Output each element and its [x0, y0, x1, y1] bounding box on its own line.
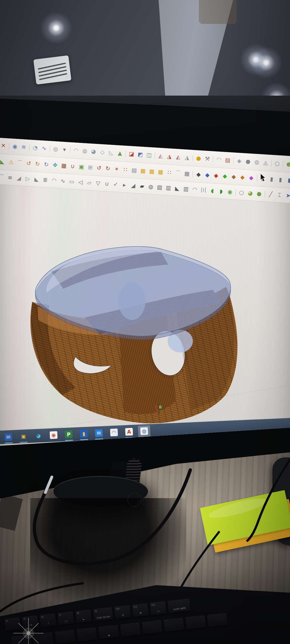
taskbar-icon-blue-yellow-app[interactable]: ▮: [78, 428, 90, 439]
toolbar-icon-rake-tool[interactable]: 〣: [199, 186, 208, 194]
toolbar-icon-net-grey[interactable]: ◍: [252, 158, 261, 167]
toolbar-icon[interactable]: [192, 155, 193, 161]
taskbar-icon-ms-project[interactable]: P: [63, 429, 75, 440]
toolbar-icon-ramp-tool[interactable]: ◢: [129, 181, 138, 190]
toolbar-icon-green-hill-2[interactable]: ◗: [217, 187, 226, 196]
toolbar-icon-prism-grey[interactable]: ◣: [32, 175, 41, 184]
toolbar-icon-bracket-i[interactable]: ⌶: [275, 191, 284, 199]
toolbar-icon-arrow-right[interactable]: ▸: [120, 181, 129, 189]
toolbar-icon-tent-grey[interactable]: ◬: [261, 158, 270, 167]
toolbar-icon[interactable]: [125, 150, 126, 157]
toolbar-icon-ring-grey[interactable]: ○: [237, 188, 246, 197]
keyboard-key-key-blank-8[interactable]: [185, 615, 206, 629]
toolbar-icon-sandbox-sphere[interactable]: ◕: [89, 147, 98, 156]
keyboard-key-key-blank-6[interactable]: [142, 620, 163, 634]
toolbar-icon-hatch-panel[interactable]: ▨: [155, 183, 164, 192]
taskbar-icon-file-explorer[interactable]: ▣: [17, 431, 29, 442]
toolbar-icon-arc-orange[interactable]: ⌒: [16, 158, 24, 167]
keyboard-key-print-screen-key[interactable]: f9 impr écran: [93, 607, 113, 621]
toolbar-icon-warning[interactable]: ⚠: [7, 158, 16, 167]
toolbar-icon-pin-plate-brown[interactable]: ◆: [229, 172, 238, 181]
keyboard-key-search-key[interactable]: f10 ◎: [114, 605, 131, 619]
toolbar-icon-flag-tool[interactable]: ▷: [23, 174, 32, 183]
keyboard-key-scroll-lock-key[interactable]: arrêt défil: [167, 598, 191, 613]
toolbar-icon-speaker-wedge[interactable]: ◁: [76, 178, 85, 187]
toolbar-icon-green-dome[interactable]: ▲: [116, 149, 124, 158]
toolbar-icon-panel-tilt[interactable]: ▱: [85, 178, 94, 187]
toolbar-icon-pink-dome[interactable]: ◠: [214, 155, 223, 164]
toolbar-icon-account-avatar[interactable]: ◎: [51, 145, 60, 153]
toolbar-icon-dark-flag[interactable]: ▰: [138, 182, 147, 191]
toolbar-icon[interactable]: [257, 175, 258, 182]
toolbar-icon-hook-curve[interactable]: ∿: [58, 177, 67, 185]
toolbar-icon-pin-plate-black[interactable]: ◆: [194, 170, 203, 179]
toolbar-icon-panel-yellow-3[interactable]: ▦: [156, 168, 165, 176]
toolbar-icon-panel-flat[interactable]: ▭: [67, 177, 76, 186]
toolbar-icon-green-hill-1[interactable]: ◖: [208, 186, 217, 195]
toolbar-icon-pencil-line[interactable]: ╱: [266, 190, 275, 199]
toolbar-icon-pin-plate-red[interactable]: ◆: [212, 171, 221, 180]
toolbar-icon-pin-plate-grey[interactable]: ◈: [235, 156, 244, 165]
keyboard-key-display-key[interactable]: f12 ▭: [150, 601, 166, 615]
keyboard-key-volume-up-key[interactable]: f7 ♪♪: [57, 611, 74, 625]
toolbar-icon-circle-tool[interactable]: ○: [273, 159, 282, 168]
taskbar-icon-autocad[interactable]: A: [123, 426, 135, 437]
toolbar-icon-terrain-pink[interactable]: ◭: [156, 151, 165, 160]
toolbar-icon-check-tool[interactable]: ✓: [111, 180, 120, 189]
toolbar-icon-panel-yellow-1[interactable]: ▦: [139, 167, 148, 175]
toolbar-icon-hammer-tools[interactable]: ⚒: [203, 154, 212, 163]
keyboard-key-key-blank-5[interactable]: [120, 622, 141, 637]
toolbar-icon-grid-red[interactable]: ∷: [121, 165, 130, 174]
toolbar-icon-rotate-red-1[interactable]: ↺: [95, 164, 103, 173]
toolbar-icon-layers-blue-1[interactable]: ▮: [285, 176, 290, 185]
toolbar-icon-wedge-green[interactable]: ◣: [0, 157, 7, 166]
toolbar-icon-drape-mixed[interactable]: ◫: [145, 151, 154, 159]
toolbar-icon[interactable]: [265, 191, 265, 197]
toolbar-icon-level-tool[interactable]: ≡: [6, 173, 15, 182]
toolbar-icon-flow-curve[interactable]: ∿: [40, 144, 49, 153]
toolbar-icon-drape-blue[interactable]: ◩: [136, 150, 145, 159]
toolbar-icon-pin-plate-blue[interactable]: ◆: [203, 171, 212, 179]
toolbar-icon-green-mound[interactable]: ◉: [226, 187, 234, 196]
toolbar-icon[interactable]: [29, 144, 30, 151]
toolbar-icon-pipe-u[interactable]: ∪: [102, 180, 111, 188]
toolbar-icon[interactable]: [192, 171, 193, 177]
toolbar-icon-plane-arrow[interactable]: ◇: [98, 148, 107, 156]
toolbar-icon-rotate-blue[interactable]: ↻: [42, 160, 51, 169]
toolbar-icon-coil-grey[interactable]: ◍: [147, 182, 155, 191]
toolbar-icon-terrain-red[interactable]: ◮: [165, 152, 174, 161]
toolbar-icon-pin-red-pair[interactable]: ∷: [165, 168, 174, 177]
toolbar-icon-swoosh-blue[interactable]: ➤: [284, 191, 290, 200]
toolbar-icon[interactable]: [271, 160, 272, 166]
toolbar-icon-arc-grey[interactable]: ⌒: [174, 169, 183, 178]
toolbar-icon-paste-green[interactable]: ▣: [77, 163, 86, 171]
keyboard-key-key-blank-7[interactable]: [163, 618, 184, 632]
toolbar-icon-sandbox-grid[interactable]: ◍: [80, 147, 89, 155]
keyboard-key-settings-key[interactable]: f11 ⚙: [132, 603, 149, 617]
taskbar-icon-edge-browser[interactable]: ◕: [32, 430, 45, 441]
toolbar-icon-shell[interactable]: ◔: [31, 143, 40, 152]
toolbar-icon-rock-grey[interactable]: ●: [244, 157, 252, 166]
toolbar-icon-curve-tool[interactable]: ⌒: [0, 173, 6, 182]
toolbar-icon-layers-1[interactable]: ▮: [259, 174, 267, 183]
toolbar-icon-redo-orange[interactable]: ↻: [33, 160, 42, 169]
toolbar-icon[interactable]: [50, 145, 50, 152]
keyboard-key-key-blank-4[interactable]: [76, 627, 97, 641]
taskbar-icon-disc-app[interactable]: ◠: [108, 427, 120, 438]
toolbar-icon-drape-red[interactable]: ◪: [127, 150, 136, 158]
toolbar-icon-scale-x[interactable]: ✕: [0, 141, 8, 150]
toolbar-icon-blob-green-yellow[interactable]: ◕: [246, 189, 255, 197]
toolbar-icon-terrain-rose[interactable]: ◭: [174, 153, 183, 162]
toolbar-icon-panel-yellow-2[interactable]: ▦: [147, 167, 156, 176]
toolbar-icon-dome-grey[interactable]: ◠: [50, 176, 58, 185]
keyboard-key-key-blank-9[interactable]: [207, 613, 228, 627]
toolbar-icon-undo-orange[interactable]: ↺: [24, 159, 33, 168]
toolbar-icon-paint-splat[interactable]: ✶: [112, 165, 121, 174]
toolbar-icon-pin-plate-orange[interactable]: ◆: [238, 173, 247, 182]
toolbar-icon[interactable]: [235, 189, 236, 195]
toolbar-icon-dropdown-caret[interactable]: ▾: [60, 145, 69, 154]
toolbar-icon-move-tool[interactable]: ✥: [51, 161, 59, 170]
toolbar-icon-blob-leaf[interactable]: ●: [255, 189, 264, 198]
toolbar-icon-magnet[interactable]: ∪: [68, 162, 77, 171]
keyboard-key-play-key[interactable]: f8 ►: [75, 609, 92, 623]
